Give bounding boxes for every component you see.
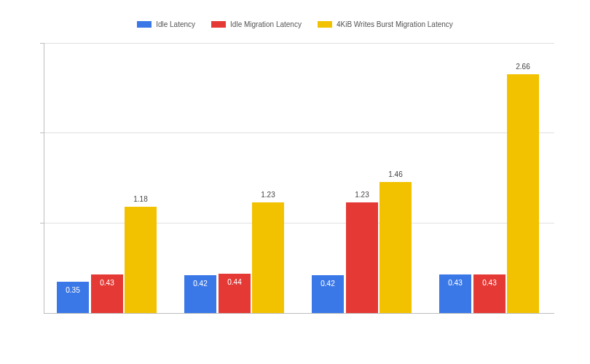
bar-value-label: 0.42 bbox=[320, 280, 334, 288]
y-axis-tick bbox=[40, 132, 44, 133]
legend: Idle LatencyIdle Migration Latency4KiB W… bbox=[0, 20, 590, 28]
bar-2: 1.46 bbox=[379, 182, 412, 313]
bar-1: 0.43 bbox=[91, 274, 123, 313]
bar-chart: Idle LatencyIdle Migration Latency4KiB W… bbox=[0, 0, 590, 364]
bar-0: 0.42 bbox=[312, 275, 344, 313]
bar-value-label: 0.43 bbox=[100, 279, 114, 287]
gridline bbox=[44, 43, 554, 44]
bar-2: 2.66 bbox=[507, 74, 539, 313]
bar-value-label: 1.23 bbox=[355, 191, 369, 199]
bar-value-label: 0.35 bbox=[66, 286, 79, 294]
legend-label: Idle Latency bbox=[156, 20, 195, 28]
bar-2: 1.23 bbox=[252, 202, 284, 313]
bar-value-label: 1.23 bbox=[261, 191, 275, 199]
legend-swatch bbox=[137, 21, 152, 28]
bar-1: 1.23 bbox=[346, 202, 378, 313]
legend-swatch bbox=[211, 21, 226, 28]
bar-value-label: 2.66 bbox=[516, 63, 530, 71]
legend-label: Idle Migration Latency bbox=[230, 20, 302, 28]
bar-value-label: 0.43 bbox=[482, 279, 496, 287]
gridline bbox=[44, 223, 554, 223]
bar-value-label: 1.18 bbox=[133, 195, 147, 203]
y-axis-tick bbox=[40, 223, 44, 223]
legend-item: Idle Latency bbox=[137, 20, 195, 28]
y-axis-tick bbox=[40, 43, 44, 44]
bar-2: 1.18 bbox=[125, 207, 157, 313]
legend-label: 4KiB Writes Burst Migration Latency bbox=[337, 20, 453, 28]
bar-value-label: 0.44 bbox=[227, 278, 241, 286]
legend-item: 4KiB Writes Burst Migration Latency bbox=[318, 20, 453, 28]
bar-value-label: 1.46 bbox=[388, 170, 402, 178]
plot-area: 0.350.431.180.420.441.230.421.231.460.43… bbox=[44, 44, 554, 314]
bar-value-label: 0.43 bbox=[448, 279, 462, 287]
bar-0: 0.42 bbox=[184, 275, 216, 313]
legend-swatch bbox=[318, 21, 332, 28]
gridline bbox=[44, 132, 554, 133]
bar-0: 0.35 bbox=[57, 282, 89, 313]
bar-1: 0.43 bbox=[473, 274, 506, 313]
legend-item: Idle Migration Latency bbox=[211, 20, 302, 28]
bar-0: 0.43 bbox=[439, 274, 471, 313]
bar-value-label: 0.42 bbox=[193, 280, 207, 288]
bar-1: 0.44 bbox=[219, 274, 251, 313]
